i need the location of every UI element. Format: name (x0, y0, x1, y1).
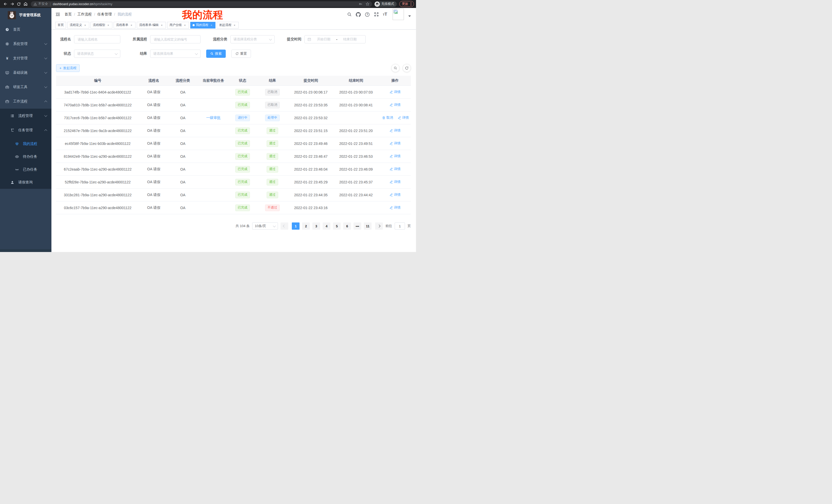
detail-action-link[interactable]: 详情 (390, 90, 400, 94)
close-icon[interactable]: × (83, 24, 87, 27)
create-process-label: 发起流程 (63, 66, 76, 71)
fullscreen-button[interactable] (374, 12, 379, 17)
goto-page-input[interactable] (395, 222, 405, 230)
view-tab[interactable]: 流程模型 × (90, 22, 112, 29)
page-button[interactable]: 5 (333, 222, 341, 230)
edit-pen-icon (390, 90, 393, 94)
cell-submit-time: 2022-01-23 00:06:17 (289, 86, 333, 99)
browser-home-button[interactable] (22, 1, 29, 7)
close-icon[interactable]: × (210, 24, 213, 27)
page-size-select[interactable]: 10条/页 (252, 222, 278, 230)
create-process-button[interactable]: + 发起流程 (56, 64, 80, 72)
close-icon[interactable]: × (233, 24, 236, 27)
sidebar-item-devtools[interactable]: 研发工具 (0, 80, 51, 94)
detail-action-link[interactable]: 详情 (390, 154, 400, 159)
sidebar-item-payment[interactable]: ¥ 支付管理 (0, 51, 51, 65)
search-button[interactable]: 搜索 (206, 50, 226, 58)
table-row: 7470a810-7b9b-11ec-b5b7-acde48001122 OA … (56, 99, 411, 111)
key-icon (359, 2, 363, 6)
sidebar-item-my-process[interactable]: 我的流程 (0, 137, 51, 150)
bookmark-star-button[interactable] (366, 2, 369, 6)
avatar-dropdown-caret-icon[interactable] (408, 16, 411, 17)
prev-page-button[interactable] (281, 222, 288, 230)
current-task-link[interactable]: 一级审批 (206, 116, 220, 120)
page-button[interactable]: 11 (364, 222, 371, 230)
cancel-action-link[interactable]: 取消 (382, 115, 393, 120)
end-date-placeholder: 结束日期 (343, 37, 357, 41)
detail-action-link[interactable]: 详情 (390, 103, 400, 107)
toggle-search-button[interactable] (391, 64, 399, 72)
submit-time-range-picker[interactable]: 开始日期 - 结束日期 (305, 35, 366, 44)
browser-reload-button[interactable] (16, 1, 22, 7)
detail-action-link[interactable]: 详情 (398, 115, 409, 120)
detail-action-link[interactable]: 详情 (390, 167, 400, 171)
sidebar-item-leave-query[interactable]: 请假查询 (0, 176, 51, 189)
github-link[interactable] (356, 12, 361, 17)
page-button[interactable]: 1 (292, 222, 300, 230)
close-icon[interactable]: × (160, 24, 163, 27)
process-definition-input[interactable] (150, 35, 201, 44)
breadcrumb-item[interactable]: 首页 (64, 12, 72, 17)
browser-update-button[interactable]: 更新 (399, 1, 414, 7)
close-icon[interactable]: × (183, 24, 187, 27)
address-bar[interactable]: 不安全 dashboard.yudao.iocoder.cn/bpm/task/… (31, 1, 372, 7)
next-page-button[interactable] (375, 222, 383, 230)
detail-action-link[interactable]: 详情 (390, 141, 400, 146)
view-tab[interactable]: 首页 × (55, 22, 66, 29)
detail-action-link[interactable]: 详情 (390, 179, 400, 184)
view-tab[interactable]: 流程定义 × (67, 22, 89, 29)
detail-action-link[interactable]: 详情 (390, 128, 400, 133)
view-tab[interactable]: 我的流程 × (190, 22, 215, 29)
app-logo[interactable]: 芋道管理系统 (0, 8, 51, 22)
sidebar-toggle-button[interactable] (55, 12, 60, 17)
help-button[interactable]: ? (365, 12, 370, 17)
question-circle-icon: ? (365, 12, 370, 17)
page-button[interactable]: 2 (302, 222, 310, 230)
browser-back-button[interactable] (2, 1, 9, 7)
table-header-cell: 操作 (379, 76, 411, 86)
breadcrumb-item[interactable]: 工作流程 (77, 12, 92, 17)
breadcrumb-item[interactable]: 任务管理 (98, 12, 112, 17)
sidebar-item-todo-tasks[interactable]: 待办任务 (0, 150, 51, 163)
sidebar-item-system[interactable]: 系统管理 (0, 37, 51, 51)
process-name-input-field[interactable] (77, 37, 117, 41)
page-button[interactable]: 3 (312, 222, 320, 230)
process-definition-input-field[interactable] (153, 37, 198, 41)
detail-action-link[interactable]: 详情 (390, 205, 400, 210)
process-name-input[interactable] (74, 35, 120, 44)
sidebar-item-workflow[interactable]: 工作流程 (0, 94, 51, 109)
view-tab[interactable]: 用户分组 × (167, 22, 189, 29)
view-tab[interactable]: 流程表单-编辑 × (137, 22, 166, 29)
page-button[interactable]: 6 (343, 222, 351, 230)
reset-button[interactable]: 重置 (231, 50, 251, 58)
cell-actions: 详情 (379, 137, 411, 150)
result-select[interactable]: 请选择流结果 (150, 50, 201, 58)
status-select[interactable]: 请选择状态 (74, 50, 120, 58)
sidebar-item-home[interactable]: 首页 (0, 22, 51, 37)
incognito-badge: 无痕模式 (374, 1, 397, 7)
password-key-button[interactable] (359, 2, 363, 6)
page-button[interactable]: 4 (323, 222, 330, 230)
font-size-button[interactable]: TT (383, 12, 387, 17)
sidebar-item-process-mgmt[interactable]: 流程管理 (0, 109, 51, 123)
sidebar-item-label: 首页 (13, 27, 20, 32)
detail-action-link[interactable]: 详情 (390, 192, 400, 197)
cell-end-time: 2022-01-22 23:44:42 (333, 189, 379, 201)
status-badge: 已完成 (235, 128, 250, 134)
sidebar-item-done-tasks[interactable]: 已办任务 (0, 163, 51, 176)
avatar[interactable] (393, 9, 404, 20)
category-select[interactable]: 请选择流程分类 (230, 35, 275, 44)
detail-label: 详情 (394, 192, 400, 197)
sidebar-item-task-mgmt[interactable]: 任务管理 (0, 123, 51, 137)
page-button[interactable]: ••• (354, 222, 361, 230)
view-tab[interactable]: 流程表单 × (114, 22, 135, 29)
browser-menu-dots-icon[interactable] (411, 2, 411, 6)
close-icon[interactable]: × (106, 24, 110, 27)
sidebar-item-infrastructure[interactable]: 基础设施 (0, 65, 51, 80)
header-search-button[interactable] (347, 12, 352, 17)
close-icon[interactable]: × (130, 24, 133, 27)
detail-label: 详情 (394, 128, 400, 133)
view-tab[interactable]: 发起流程 × (217, 22, 239, 29)
browser-forward-button[interactable] (9, 1, 16, 7)
refresh-table-button[interactable] (402, 64, 411, 72)
